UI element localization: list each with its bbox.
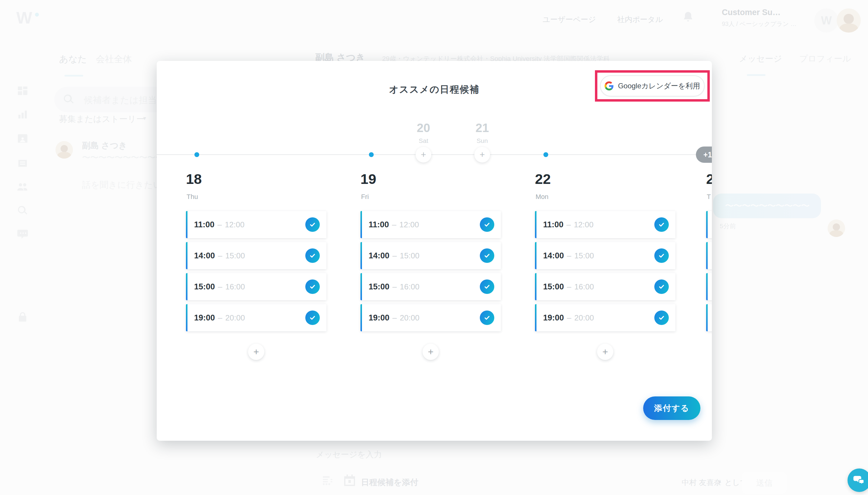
check-icon[interactable] <box>654 279 669 294</box>
day-of-week: Mon <box>536 193 549 201</box>
day-column-clipped: 2 T <box>706 61 712 441</box>
slot-start-time: 19:00 <box>369 313 389 323</box>
check-icon[interactable] <box>654 310 669 325</box>
timeline-dot <box>369 152 374 157</box>
slot-end-time: 20:00 <box>400 313 419 323</box>
slot-end-time: 16:00 <box>225 282 245 291</box>
day-number: 22 <box>535 171 551 187</box>
slot-end-time: 20:00 <box>225 313 245 323</box>
time-slot[interactable]: 11:00–12:00 <box>361 211 501 238</box>
timeline-dot <box>543 152 548 157</box>
slot-separator: – <box>567 313 571 323</box>
slot-separator: – <box>218 282 222 291</box>
check-icon[interactable] <box>654 249 669 263</box>
slot-separator: – <box>567 220 571 229</box>
slot-start-time: 11:00 <box>194 220 214 229</box>
add-slot-button[interactable]: + <box>422 344 439 360</box>
slot-end-time: 12:00 <box>399 220 419 229</box>
check-icon[interactable] <box>305 310 320 325</box>
slot-separator: – <box>392 220 396 229</box>
day-of-week: Sat <box>410 137 437 144</box>
more-days-badge[interactable]: +1 <box>696 147 712 163</box>
day-number: 21 <box>469 121 496 135</box>
time-slot[interactable]: 11:00–12:00 <box>186 211 326 238</box>
slot-end-time: 16:00 <box>400 282 419 291</box>
time-slot[interactable] <box>706 273 712 300</box>
slot-start-time: 19:00 <box>194 313 215 323</box>
support-chat-fab[interactable] <box>848 468 868 492</box>
slot-separator: – <box>218 313 222 323</box>
day-number: 2 <box>706 171 712 187</box>
add-slot-button[interactable]: + <box>248 344 264 360</box>
slot-end-time: 12:00 <box>574 220 593 229</box>
time-slot[interactable] <box>706 211 712 238</box>
slot-separator: – <box>393 282 397 291</box>
day-number: 20 <box>410 121 437 135</box>
slot-end-time: 15:00 <box>225 251 245 260</box>
slot-separator: – <box>218 251 222 260</box>
slot-start-time: 14:00 <box>194 251 215 260</box>
attach-button[interactable]: 添付する <box>643 396 700 420</box>
day-of-week: Fri <box>361 193 369 201</box>
slot-list: 11:00–12:00 14:00–15:00 15:00–16:00 19:0… <box>186 211 326 335</box>
check-icon[interactable] <box>480 217 494 232</box>
time-slot[interactable] <box>706 304 712 331</box>
add-day-button[interactable]: + <box>474 147 490 163</box>
day-of-week: Sun <box>469 137 496 144</box>
add-slot-button[interactable]: + <box>597 344 613 360</box>
check-icon[interactable] <box>305 279 320 294</box>
slot-start-time: 11:00 <box>369 220 389 229</box>
day-column-19: 19 Fri 11:00–12:00 14:00–15:00 15:00–16:… <box>361 61 501 441</box>
slot-start-time: 11:00 <box>543 220 563 229</box>
check-icon[interactable] <box>480 310 494 325</box>
time-slot[interactable]: 15:00–16:00 <box>361 273 501 300</box>
time-slot[interactable]: 15:00–16:00 <box>535 273 675 300</box>
slot-list: 11:00–12:00 14:00–15:00 15:00–16:00 19:0… <box>535 211 675 335</box>
check-icon[interactable] <box>305 249 320 263</box>
slot-end-time: 16:00 <box>574 282 594 291</box>
day-number: 18 <box>186 171 202 187</box>
day-column-22: 22 Mon 11:00–12:00 14:00–15:00 15:00–16:… <box>535 61 675 441</box>
day-column-18: 18 Thu 11:00–12:00 14:00–15:00 15:00–16:… <box>186 61 326 441</box>
day-disabled-20: 20 Sat + <box>410 121 437 163</box>
time-slot[interactable]: 19:00–20:00 <box>186 304 326 331</box>
slot-list: 11:00–12:00 14:00–15:00 15:00–16:00 19:0… <box>361 211 501 335</box>
check-icon[interactable] <box>480 279 494 294</box>
slot-end-time: 12:00 <box>225 220 244 229</box>
time-slot[interactable]: 14:00–15:00 <box>361 242 501 269</box>
slot-separator: – <box>393 313 397 323</box>
slot-separator: – <box>218 220 222 229</box>
day-of-week: Thu <box>187 193 198 201</box>
day-of-week: T <box>707 193 711 201</box>
slot-list <box>706 211 712 335</box>
time-slot[interactable]: 15:00–16:00 <box>186 273 326 300</box>
time-slot[interactable]: 14:00–15:00 <box>186 242 326 269</box>
check-icon[interactable] <box>305 217 320 232</box>
chat-bubbles-icon <box>853 474 866 487</box>
check-icon[interactable] <box>480 249 494 263</box>
time-slot[interactable]: 19:00–20:00 <box>535 304 675 331</box>
schedule-candidates-modal: オススメの日程候補 Googleカレンダーを利用 18 Thu 11:00–12… <box>157 61 712 441</box>
slot-start-time: 14:00 <box>543 251 564 260</box>
slot-separator: – <box>567 251 571 260</box>
day-disabled-21: 21 Sun + <box>469 121 496 163</box>
slot-start-time: 15:00 <box>543 282 564 291</box>
day-number: 19 <box>361 171 376 187</box>
screen: W ユーザーページ 社内ポータル Customer Su… 93人 / ベーシッ… <box>0 0 868 495</box>
check-icon[interactable] <box>654 217 669 232</box>
time-slot[interactable]: 11:00–12:00 <box>535 211 675 238</box>
slot-end-time: 15:00 <box>574 251 594 260</box>
time-slot[interactable] <box>706 242 712 269</box>
slot-end-time: 20:00 <box>574 313 594 323</box>
slot-end-time: 15:00 <box>400 251 419 260</box>
timeline-dot <box>194 152 199 157</box>
slot-start-time: 19:00 <box>543 313 564 323</box>
add-day-button[interactable]: + <box>416 147 431 163</box>
slot-start-time: 14:00 <box>369 251 389 260</box>
slot-start-time: 15:00 <box>194 282 215 291</box>
time-slot[interactable]: 14:00–15:00 <box>535 242 675 269</box>
slot-separator: – <box>567 282 571 291</box>
time-slot[interactable]: 19:00–20:00 <box>361 304 501 331</box>
slot-start-time: 15:00 <box>369 282 389 291</box>
slot-separator: – <box>393 251 397 260</box>
